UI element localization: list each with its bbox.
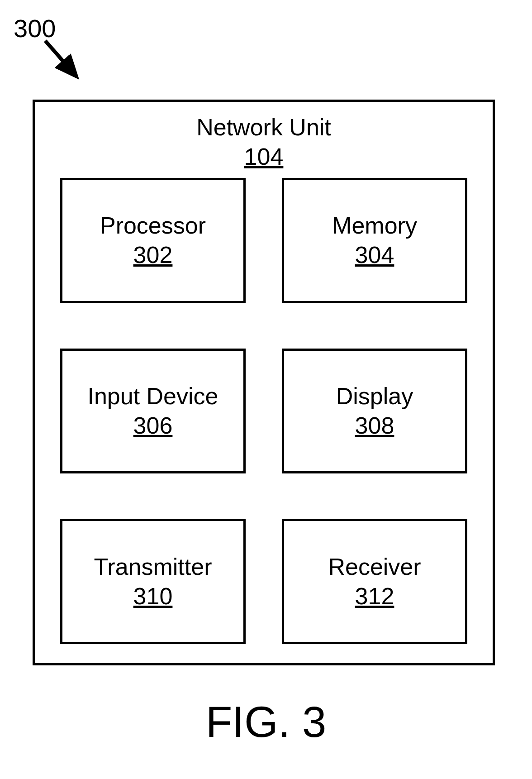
block-label: Transmitter [94,552,212,582]
block-transmitter: Transmitter 310 [60,519,246,644]
block-ref: 302 [133,240,173,270]
block-label: Memory [332,211,417,240]
container-title-ref: 104 [244,143,284,170]
block-ref: 306 [133,411,173,440]
block-ref: 308 [355,411,394,440]
arrow-icon [41,36,90,86]
figure-caption: FIG. 3 [0,697,532,747]
component-grid: Processor 302 Memory 304 Input Device 30… [60,178,467,644]
block-label: Input Device [87,382,218,411]
block-label: Processor [100,211,206,240]
diagram-canvas: 300 Network Unit 104 Processor 302 Memor… [0,0,532,779]
block-ref: 304 [355,240,394,270]
svg-line-0 [45,41,77,77]
block-memory: Memory 304 [282,178,467,303]
block-label: Receiver [328,552,421,582]
block-processor: Processor 302 [60,178,246,303]
block-input-device: Input Device 306 [60,349,246,474]
block-receiver: Receiver 312 [282,519,467,644]
block-display: Display 308 [282,349,467,474]
block-ref: 310 [133,582,173,611]
block-ref: 312 [355,582,394,611]
container-title: Network Unit 104 [35,113,493,172]
container-title-label: Network Unit [196,114,331,140]
network-unit-container: Network Unit 104 Processor 302 Memory 30… [33,100,495,665]
block-label: Display [336,382,413,411]
